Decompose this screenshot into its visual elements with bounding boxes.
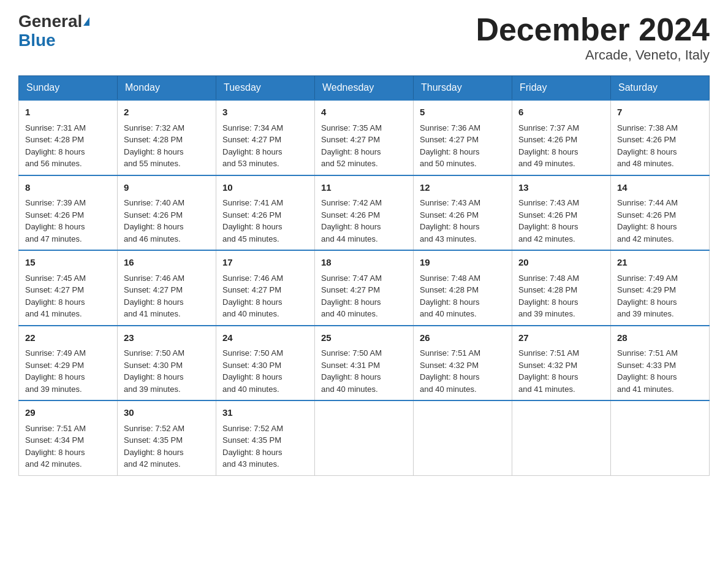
calendar-table: SundayMondayTuesdayWednesdayThursdayFrid… bbox=[18, 75, 710, 476]
day-info: Sunrise: 7:50 AMSunset: 4:31 PMDaylight:… bbox=[321, 347, 407, 395]
calendar-cell: 3Sunrise: 7:34 AMSunset: 4:27 PMDaylight… bbox=[216, 100, 315, 175]
col-header-sunday: Sunday bbox=[19, 76, 118, 101]
day-info: Sunrise: 7:32 AMSunset: 4:28 PMDaylight:… bbox=[124, 122, 210, 170]
day-info: Sunrise: 7:52 AMSunset: 4:35 PMDaylight:… bbox=[222, 423, 308, 470]
calendar-cell: 17Sunrise: 7:46 AMSunset: 4:27 PMDayligh… bbox=[216, 250, 315, 326]
calendar-cell bbox=[512, 400, 611, 475]
col-header-saturday: Saturday bbox=[611, 76, 710, 101]
calendar-cell: 1Sunrise: 7:31 AMSunset: 4:28 PMDaylight… bbox=[19, 100, 118, 175]
logo-triangle-icon bbox=[83, 17, 89, 26]
day-info: Sunrise: 7:45 AMSunset: 4:27 PMDaylight:… bbox=[25, 272, 111, 320]
day-number: 19 bbox=[420, 256, 506, 270]
calendar-cell: 6Sunrise: 7:37 AMSunset: 4:26 PMDaylight… bbox=[512, 100, 611, 175]
day-number: 2 bbox=[124, 105, 210, 120]
calendar-cell bbox=[315, 400, 414, 475]
calendar-cell: 13Sunrise: 7:43 AMSunset: 4:26 PMDayligh… bbox=[512, 175, 611, 251]
day-number: 14 bbox=[617, 181, 703, 195]
calendar-cell: 7Sunrise: 7:38 AMSunset: 4:26 PMDaylight… bbox=[611, 100, 710, 175]
day-info: Sunrise: 7:48 AMSunset: 4:28 PMDaylight:… bbox=[518, 272, 604, 320]
day-number: 4 bbox=[321, 105, 407, 120]
day-info: Sunrise: 7:34 AMSunset: 4:27 PMDaylight:… bbox=[222, 122, 308, 170]
col-header-friday: Friday bbox=[512, 76, 611, 101]
day-info: Sunrise: 7:49 AMSunset: 4:29 PMDaylight:… bbox=[617, 272, 703, 320]
day-number: 27 bbox=[518, 331, 604, 345]
day-number: 6 bbox=[518, 105, 604, 120]
week-row-3: 15Sunrise: 7:45 AMSunset: 4:27 PMDayligh… bbox=[19, 250, 710, 326]
day-info: Sunrise: 7:40 AMSunset: 4:26 PMDaylight:… bbox=[124, 197, 210, 245]
day-info: Sunrise: 7:46 AMSunset: 4:27 PMDaylight:… bbox=[222, 272, 308, 320]
calendar-title: December 2024 bbox=[476, 12, 710, 47]
day-info: Sunrise: 7:52 AMSunset: 4:35 PMDaylight:… bbox=[124, 423, 210, 470]
day-info: Sunrise: 7:50 AMSunset: 4:30 PMDaylight:… bbox=[222, 347, 308, 395]
calendar-cell: 29Sunrise: 7:51 AMSunset: 4:34 PMDayligh… bbox=[19, 400, 118, 475]
calendar-cell: 19Sunrise: 7:48 AMSunset: 4:28 PMDayligh… bbox=[414, 250, 512, 326]
day-number: 3 bbox=[222, 105, 308, 120]
calendar-cell: 2Sunrise: 7:32 AMSunset: 4:28 PMDaylight… bbox=[118, 100, 216, 175]
day-info: Sunrise: 7:38 AMSunset: 4:26 PMDaylight:… bbox=[617, 122, 703, 170]
day-number: 28 bbox=[617, 331, 703, 345]
week-row-2: 8Sunrise: 7:39 AMSunset: 4:26 PMDaylight… bbox=[19, 175, 710, 251]
col-header-wednesday: Wednesday bbox=[315, 76, 414, 101]
day-info: Sunrise: 7:49 AMSunset: 4:29 PMDaylight:… bbox=[25, 347, 111, 395]
day-info: Sunrise: 7:46 AMSunset: 4:27 PMDaylight:… bbox=[124, 272, 210, 320]
day-number: 29 bbox=[25, 406, 111, 420]
calendar-cell: 21Sunrise: 7:49 AMSunset: 4:29 PMDayligh… bbox=[611, 250, 710, 326]
day-number: 11 bbox=[321, 181, 407, 195]
calendar-cell: 14Sunrise: 7:44 AMSunset: 4:26 PMDayligh… bbox=[611, 175, 710, 251]
calendar-cell: 24Sunrise: 7:50 AMSunset: 4:30 PMDayligh… bbox=[216, 326, 315, 401]
logo-blue-text: Blue bbox=[18, 31, 89, 50]
day-info: Sunrise: 7:37 AMSunset: 4:26 PMDaylight:… bbox=[518, 122, 604, 170]
calendar-cell: 22Sunrise: 7:49 AMSunset: 4:29 PMDayligh… bbox=[19, 326, 118, 401]
day-info: Sunrise: 7:41 AMSunset: 4:26 PMDaylight:… bbox=[222, 197, 308, 245]
calendar-cell: 5Sunrise: 7:36 AMSunset: 4:27 PMDaylight… bbox=[414, 100, 512, 175]
day-info: Sunrise: 7:43 AMSunset: 4:26 PMDaylight:… bbox=[518, 197, 604, 245]
col-header-tuesday: Tuesday bbox=[216, 76, 315, 101]
calendar-cell: 28Sunrise: 7:51 AMSunset: 4:33 PMDayligh… bbox=[611, 326, 710, 401]
week-row-5: 29Sunrise: 7:51 AMSunset: 4:34 PMDayligh… bbox=[19, 400, 710, 475]
day-number: 8 bbox=[25, 181, 111, 195]
day-number: 22 bbox=[25, 331, 111, 345]
calendar-cell bbox=[414, 400, 512, 475]
day-info: Sunrise: 7:35 AMSunset: 4:27 PMDaylight:… bbox=[321, 122, 407, 170]
calendar-subtitle: Arcade, Veneto, Italy bbox=[476, 47, 710, 63]
week-row-1: 1Sunrise: 7:31 AMSunset: 4:28 PMDaylight… bbox=[19, 100, 710, 175]
logo: General Blue bbox=[18, 12, 89, 50]
day-info: Sunrise: 7:50 AMSunset: 4:30 PMDaylight:… bbox=[124, 347, 210, 395]
col-header-monday: Monday bbox=[118, 76, 216, 101]
day-info: Sunrise: 7:43 AMSunset: 4:26 PMDaylight:… bbox=[420, 197, 506, 245]
calendar-cell: 31Sunrise: 7:52 AMSunset: 4:35 PMDayligh… bbox=[216, 400, 315, 475]
calendar-cell: 20Sunrise: 7:48 AMSunset: 4:28 PMDayligh… bbox=[512, 250, 611, 326]
day-number: 5 bbox=[420, 105, 506, 120]
day-number: 20 bbox=[518, 256, 604, 270]
calendar-cell: 12Sunrise: 7:43 AMSunset: 4:26 PMDayligh… bbox=[414, 175, 512, 251]
day-number: 30 bbox=[124, 406, 210, 420]
day-info: Sunrise: 7:51 AMSunset: 4:34 PMDaylight:… bbox=[25, 423, 111, 470]
day-number: 17 bbox=[222, 256, 308, 270]
col-header-thursday: Thursday bbox=[414, 76, 512, 101]
day-info: Sunrise: 7:51 AMSunset: 4:32 PMDaylight:… bbox=[420, 347, 506, 395]
week-row-4: 22Sunrise: 7:49 AMSunset: 4:29 PMDayligh… bbox=[19, 326, 710, 401]
day-info: Sunrise: 7:39 AMSunset: 4:26 PMDaylight:… bbox=[25, 197, 111, 245]
day-info: Sunrise: 7:51 AMSunset: 4:32 PMDaylight:… bbox=[518, 347, 604, 395]
calendar-cell: 27Sunrise: 7:51 AMSunset: 4:32 PMDayligh… bbox=[512, 326, 611, 401]
day-info: Sunrise: 7:51 AMSunset: 4:33 PMDaylight:… bbox=[617, 347, 703, 395]
day-number: 25 bbox=[321, 331, 407, 345]
calendar-cell: 16Sunrise: 7:46 AMSunset: 4:27 PMDayligh… bbox=[118, 250, 216, 326]
day-number: 7 bbox=[617, 105, 703, 120]
calendar-cell: 25Sunrise: 7:50 AMSunset: 4:31 PMDayligh… bbox=[315, 326, 414, 401]
calendar-header-row: SundayMondayTuesdayWednesdayThursdayFrid… bbox=[19, 76, 710, 101]
calendar-cell: 30Sunrise: 7:52 AMSunset: 4:35 PMDayligh… bbox=[118, 400, 216, 475]
calendar-cell: 10Sunrise: 7:41 AMSunset: 4:26 PMDayligh… bbox=[216, 175, 315, 251]
day-number: 1 bbox=[25, 105, 111, 120]
calendar-cell: 8Sunrise: 7:39 AMSunset: 4:26 PMDaylight… bbox=[19, 175, 118, 251]
day-number: 26 bbox=[420, 331, 506, 345]
day-info: Sunrise: 7:47 AMSunset: 4:27 PMDaylight:… bbox=[321, 272, 407, 320]
calendar-cell: 4Sunrise: 7:35 AMSunset: 4:27 PMDaylight… bbox=[315, 100, 414, 175]
day-number: 13 bbox=[518, 181, 604, 195]
calendar-cell: 23Sunrise: 7:50 AMSunset: 4:30 PMDayligh… bbox=[118, 326, 216, 401]
day-info: Sunrise: 7:31 AMSunset: 4:28 PMDaylight:… bbox=[25, 122, 111, 170]
calendar-cell: 11Sunrise: 7:42 AMSunset: 4:26 PMDayligh… bbox=[315, 175, 414, 251]
calendar-cell: 26Sunrise: 7:51 AMSunset: 4:32 PMDayligh… bbox=[414, 326, 512, 401]
day-number: 23 bbox=[124, 331, 210, 345]
calendar-cell: 9Sunrise: 7:40 AMSunset: 4:26 PMDaylight… bbox=[118, 175, 216, 251]
